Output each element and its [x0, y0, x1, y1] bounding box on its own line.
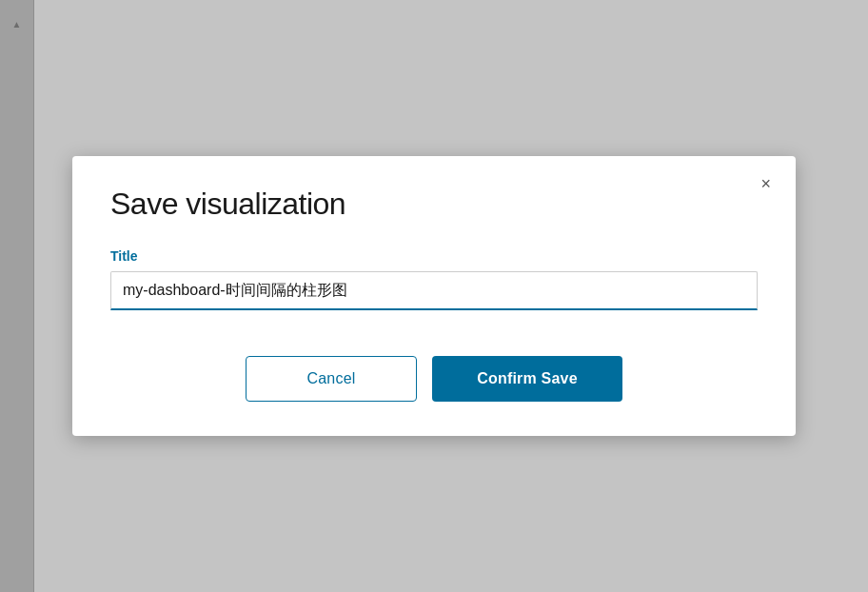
- title-field-group: Title: [110, 248, 758, 310]
- close-button[interactable]: ×: [755, 171, 777, 196]
- title-label: Title: [110, 248, 758, 264]
- dialog-actions: Cancel Confirm Save: [110, 356, 758, 402]
- cancel-button[interactable]: Cancel: [246, 356, 417, 402]
- save-visualization-dialog: × Save visualization Title Cancel Confir…: [72, 156, 796, 436]
- title-input[interactable]: [110, 271, 758, 310]
- modal-overlay: × Save visualization Title Cancel Confir…: [0, 0, 868, 592]
- confirm-save-button[interactable]: Confirm Save: [432, 356, 622, 402]
- dialog-title: Save visualization: [110, 187, 758, 222]
